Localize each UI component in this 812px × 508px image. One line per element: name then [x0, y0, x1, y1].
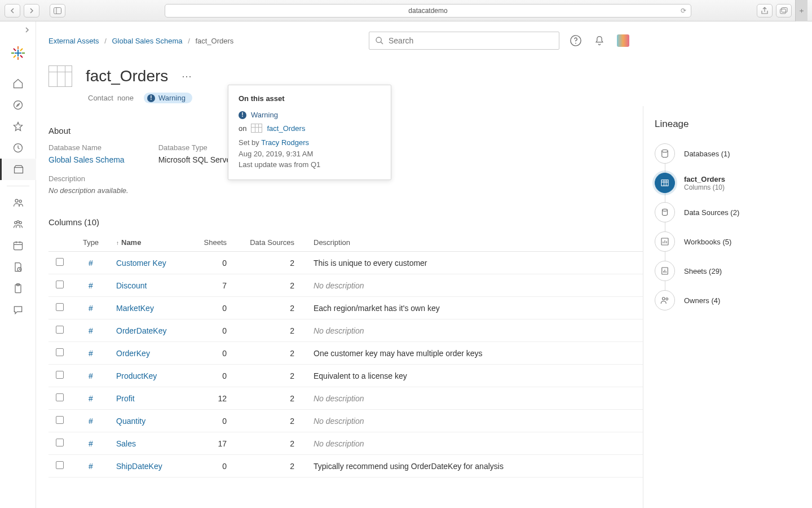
browser-url-bar[interactable]: datacatdemo ⟳ — [165, 4, 691, 17]
cell-sheets: 0 — [195, 365, 240, 387]
row-checkbox[interactable] — [56, 326, 64, 334]
warning-chip-label: Warning — [158, 94, 186, 102]
cell-sheets: 0 — [195, 297, 240, 319]
table-row: # OrderDateKey 0 2 No description — [48, 319, 643, 342]
table-row: # Discount 7 2 No description — [48, 274, 643, 297]
col-header-datasources[interactable]: Data Sources — [240, 234, 308, 252]
col-header-description[interactable]: Description — [308, 234, 643, 252]
rail-schedules[interactable] — [0, 235, 36, 256]
svg-rect-0 — [54, 7, 61, 14]
tableau-logo-icon[interactable] — [11, 46, 25, 62]
column-name-link[interactable]: Profit — [116, 394, 135, 403]
rail-collapse-button[interactable] — [0, 27, 36, 33]
notifications-button[interactable] — [593, 34, 606, 47]
breadcrumb-schema[interactable]: Global Sales Schema — [112, 37, 182, 45]
search-box[interactable] — [369, 32, 559, 50]
row-checkbox[interactable] — [56, 348, 64, 356]
column-name-link[interactable]: ProductKey — [116, 371, 157, 380]
browser-sidebar-button[interactable] — [50, 4, 65, 17]
row-checkbox[interactable] — [56, 258, 64, 266]
svg-point-19 — [19, 221, 21, 224]
column-name-link[interactable]: OrderKey — [116, 349, 150, 358]
lineage-item[interactable]: Databases (1) — [655, 143, 801, 164]
chevron-left-icon — [10, 8, 15, 14]
breadcrumb-root[interactable]: External Assets — [48, 37, 99, 45]
lineage-item[interactable]: Sheets (29) — [655, 261, 801, 281]
users-icon — [12, 197, 24, 208]
lineage-heading: Lineage — [655, 119, 801, 130]
content: External Assets / Global Sales Schema / … — [36, 21, 643, 508]
lineage-db-icon — [655, 143, 675, 164]
column-name-link[interactable]: OrderDateKey — [116, 326, 166, 335]
popover-setby-link[interactable]: Tracy Rodgers — [261, 138, 309, 147]
rail-favorites[interactable] — [0, 116, 36, 137]
row-checkbox[interactable] — [56, 393, 64, 401]
bell-icon — [594, 34, 605, 47]
browser-share-button[interactable] — [757, 4, 773, 17]
cell-description: No description — [308, 387, 643, 410]
row-checkbox[interactable] — [56, 371, 64, 379]
reload-icon[interactable]: ⟳ — [681, 7, 686, 15]
column-name-link[interactable]: Quantity — [116, 417, 145, 426]
row-checkbox[interactable] — [56, 281, 64, 288]
column-name-link[interactable]: Sales — [116, 439, 136, 448]
table-row: # Quantity 0 2 No description — [48, 410, 643, 432]
type-number-icon: # — [89, 371, 93, 380]
lineage-item-label: Databases (1) — [684, 150, 730, 158]
cell-sheets: 7 — [195, 274, 240, 297]
lineage-item[interactable]: Owners (4) — [655, 290, 801, 310]
column-name-link[interactable]: Discount — [116, 281, 147, 290]
clipboard-icon — [12, 283, 24, 294]
cell-description: Equivalent to a license key — [308, 365, 643, 387]
row-checkbox[interactable] — [56, 303, 64, 311]
rail-home[interactable] — [0, 73, 36, 94]
cell-sheets: 17 — [195, 432, 240, 455]
warning-popover: On this asset ! Warning on fact_Orders S… — [228, 85, 391, 180]
lineage-item[interactable]: fact_Orders Columns (10) — [655, 173, 801, 193]
browser-back-button[interactable] — [5, 4, 20, 17]
about-dbname-label: Database Name — [48, 143, 125, 152]
lineage-item[interactable]: Data Sources (2) — [655, 202, 801, 222]
cell-datasources: 2 — [240, 410, 308, 432]
calendar-icon — [12, 240, 24, 251]
more-actions-button[interactable]: ⋯ — [182, 70, 192, 82]
rail-external-assets[interactable] — [0, 159, 36, 180]
lineage-item-label: Data Sources (2) — [684, 208, 739, 217]
rail-groups[interactable] — [0, 213, 36, 235]
col-header-sheets[interactable]: Sheets — [195, 234, 240, 252]
table-row: # Sales 17 2 No description — [48, 432, 643, 455]
rail-users[interactable] — [0, 192, 36, 213]
share-icon — [761, 7, 768, 15]
rail-status[interactable] — [0, 278, 36, 299]
table-row: # OrderKey 0 2 One customer key may have… — [48, 342, 643, 365]
title-row: fact_Orders ⋯ — [48, 65, 643, 87]
search-input[interactable] — [389, 36, 553, 45]
row-checkbox[interactable] — [56, 439, 64, 446]
rail-settings[interactable] — [0, 299, 36, 321]
about-dbname-link[interactable]: Global Sales Schema — [48, 155, 125, 164]
avatar-icon — [617, 34, 629, 47]
table-icon — [48, 65, 72, 87]
lineage-item[interactable]: Workbooks (5) — [655, 231, 801, 252]
column-name-link[interactable]: Customer Key — [116, 259, 166, 268]
browser-tabs-button[interactable] — [776, 4, 792, 17]
warning-chip[interactable]: ! Warning — [144, 93, 192, 103]
column-name-link[interactable]: MarketKey — [116, 304, 154, 313]
column-name-link[interactable]: ShipDateKey — [116, 462, 162, 471]
browser-forward-button[interactable] — [24, 4, 39, 17]
user-avatar[interactable] — [617, 34, 629, 47]
popover-asset-link[interactable]: fact_Orders — [267, 124, 305, 133]
col-header-name[interactable]: ↑Name — [111, 234, 195, 252]
rail-recents[interactable] — [0, 137, 36, 159]
lineage-sheet-icon — [655, 261, 675, 281]
rail-tasks[interactable] — [0, 256, 36, 278]
cell-description: No description — [308, 319, 643, 342]
browser-new-tab-button[interactable]: ＋ — [795, 0, 807, 21]
row-checkbox[interactable] — [56, 461, 64, 469]
col-header-type[interactable]: Type — [71, 234, 111, 252]
help-button[interactable] — [570, 34, 582, 47]
rail-explore[interactable] — [0, 94, 36, 116]
type-number-icon: # — [89, 417, 93, 426]
svg-line-11 — [20, 55, 23, 58]
row-checkbox[interactable] — [56, 416, 64, 424]
